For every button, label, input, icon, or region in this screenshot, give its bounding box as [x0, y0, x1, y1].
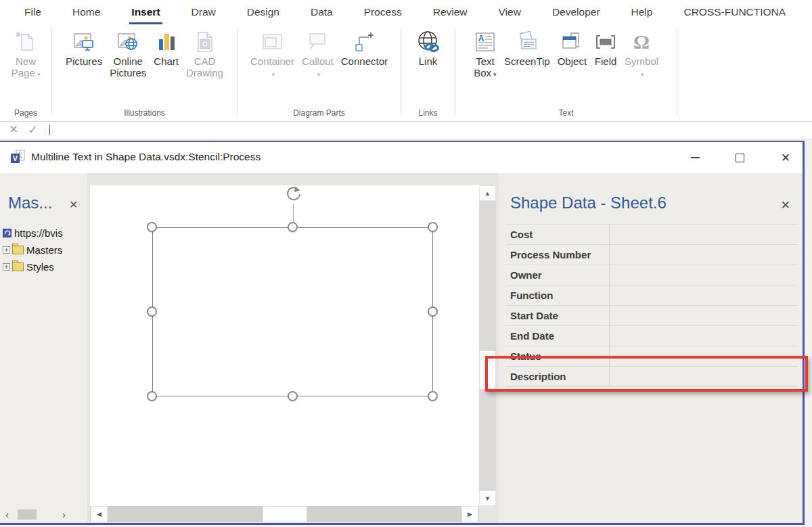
shape-data-field-value[interactable]	[609, 265, 798, 285]
canvas-vertical-scrollbar[interactable]: ▲ ▼	[479, 185, 496, 506]
scroll-down-icon[interactable]: ▼	[479, 490, 496, 506]
panel-scroll-left-icon[interactable]: ‹	[5, 509, 9, 521]
svg-text:Ω: Ω	[633, 30, 650, 53]
scroll-right-icon[interactable]: ▶	[461, 506, 478, 522]
ribbon-button-text-box[interactable]: ATextBox▾	[472, 28, 498, 81]
dropdown-arrow-icon: ▾	[641, 71, 644, 78]
ribbon-button-online-pictures[interactable]: OnlinePictures	[108, 28, 148, 78]
shape-data-panel-close-button[interactable]: ✕	[781, 198, 790, 212]
tab-design[interactable]: Design	[231, 0, 295, 24]
ribbon-button-label: OnlinePictures	[110, 55, 146, 78]
panel-scrollbar-thumb[interactable]	[18, 509, 37, 520]
tree-item-styles[interactable]: +Styles	[3, 258, 63, 275]
shape-data-field-value[interactable]	[609, 245, 798, 265]
shape-data-field-value[interactable]	[609, 306, 798, 325]
window-title-bar[interactable]: V Multiline Text in Shape Data.vsdx:Sten…	[0, 142, 803, 173]
minimize-button[interactable]	[685, 148, 705, 167]
window-title: Multiline Text in Shape Data.vsdx:Stenci…	[31, 151, 261, 163]
close-button[interactable]: ✕	[775, 148, 796, 167]
svg-text:A: A	[478, 34, 484, 43]
accept-icon[interactable]: ✓	[28, 123, 38, 137]
ribbon-button-label: CADDrawing	[186, 55, 223, 78]
chart-icon	[155, 28, 178, 55]
tab-file[interactable]: File	[9, 0, 57, 24]
ribbon-button-object[interactable]: Object	[556, 28, 588, 67]
dropdown-arrow-icon: ▾	[493, 71, 497, 78]
link-icon	[415, 28, 442, 55]
process-shape[interactable]	[152, 227, 433, 396]
window-content: Mas... ✕ https://bvis+Masters+Styles ‹ ›…	[0, 173, 803, 523]
ribbon-group-label: Links	[401, 108, 455, 118]
selection-handle[interactable]	[428, 222, 438, 232]
ribbon-button-chart[interactable]: Chart	[152, 28, 180, 67]
tab-draw[interactable]: Draw	[176, 0, 231, 24]
vertical-scrollbar-thumb[interactable]	[479, 350, 496, 390]
text-cursor	[49, 124, 50, 135]
ribbon-button-new-page[interactable]: NewPage▾	[10, 28, 42, 81]
canvas-horizontal-scrollbar[interactable]: ◀ ▶	[90, 506, 479, 522]
ribbon-button-cad-drawing[interactable]: CADDrawing	[185, 28, 225, 78]
cancel-icon[interactable]: ✕	[9, 123, 18, 137]
ribbon-button-label: Connector	[341, 55, 388, 67]
ribbon-tab-bar: FileHomeInsertDrawDesignDataProcessRevie…	[0, 0, 812, 24]
group-separator	[401, 28, 401, 114]
ribbon-button-label: Callout▾	[302, 55, 334, 81]
ribbon-button-pictures[interactable]: Pictures	[64, 28, 104, 67]
shape-data-field-label: Description	[505, 371, 609, 382]
shape-data-field-label: Status	[505, 350, 609, 362]
masters-tree: https://bvis+Masters+Styles	[3, 225, 63, 275]
selection-handle[interactable]	[147, 306, 157, 317]
scroll-up-icon[interactable]: ▲	[479, 185, 496, 201]
tab-insert[interactable]: Insert	[116, 0, 175, 24]
tab-review[interactable]: Review	[418, 0, 483, 24]
tab-home[interactable]: Home	[57, 0, 116, 24]
shape-data-field-value[interactable]	[609, 326, 798, 346]
tab-process[interactable]: Process	[348, 0, 418, 24]
tab-cross-functiona[interactable]: CROSS-FUNCTIONA	[668, 0, 801, 24]
pictures-icon	[72, 28, 95, 55]
scroll-left-icon[interactable]: ◀	[91, 506, 108, 522]
selection-handle[interactable]	[147, 391, 157, 401]
tab-help[interactable]: Help	[616, 0, 669, 24]
dropdown-arrow-icon: ▾	[272, 71, 275, 78]
tree-item-https-bvis[interactable]: https://bvis	[3, 225, 63, 242]
tab-view[interactable]: View	[483, 0, 537, 24]
visio-app: FileHomeInsertDrawDesignDataProcessRevie…	[0, 0, 812, 527]
selection-handle[interactable]	[428, 391, 438, 401]
svg-text:V: V	[13, 154, 18, 162]
shape-data-field-value[interactable]	[609, 285, 798, 305]
maximize-button[interactable]	[729, 148, 750, 167]
tab-developer[interactable]: Developer	[537, 0, 616, 24]
maximize-icon	[736, 154, 744, 162]
shape-data-field-value[interactable]	[609, 346, 798, 366]
rotation-handle-icon[interactable]	[285, 185, 302, 203]
shape-data-field-value[interactable]	[609, 225, 798, 244]
ribbon-button-callout[interactable]: Callout▾	[300, 28, 335, 81]
selection-handle[interactable]	[288, 222, 298, 232]
ribbon-group-pages: NewPage▾Pages	[0, 24, 51, 120]
ribbon-button-link[interactable]: Link	[413, 28, 443, 67]
expand-icon[interactable]: +	[3, 263, 10, 271]
formula-bar[interactable]: ✕ ✓	[0, 122, 812, 139]
selection-handle[interactable]	[147, 222, 157, 232]
selection-handle[interactable]	[428, 306, 438, 317]
expand-icon[interactable]: +	[3, 246, 10, 254]
ribbon-button-connector[interactable]: Connector	[340, 28, 389, 67]
dropdown-arrow-icon: ▾	[317, 71, 321, 78]
selection-handle[interactable]	[288, 391, 298, 401]
ribbon-button-container[interactable]: Container▾	[249, 28, 296, 81]
panel-scroll-right-icon[interactable]: ›	[62, 509, 66, 521]
tree-item-masters[interactable]: +Masters	[3, 242, 63, 258]
shape-data-field-value[interactable]	[609, 367, 798, 386]
ribbon-button-label: Object	[558, 55, 587, 67]
container-icon	[261, 28, 284, 55]
horizontal-scrollbar-thumb[interactable]	[263, 506, 307, 522]
ribbon: NewPage▾PagesPicturesOnlinePicturesChart…	[0, 24, 812, 122]
ribbon-button-label: Symbol▾	[625, 55, 658, 81]
masters-panel-close-button[interactable]: ✕	[69, 198, 78, 211]
shape-data-field-label: Start Date	[505, 310, 609, 321]
ribbon-button-field[interactable]: Field	[593, 28, 618, 67]
ribbon-button-symbol[interactable]: ΩSymbol▾	[623, 28, 660, 81]
ribbon-button-screentip[interactable]: ScreenTip	[503, 28, 551, 67]
tab-data[interactable]: Data	[295, 0, 348, 24]
